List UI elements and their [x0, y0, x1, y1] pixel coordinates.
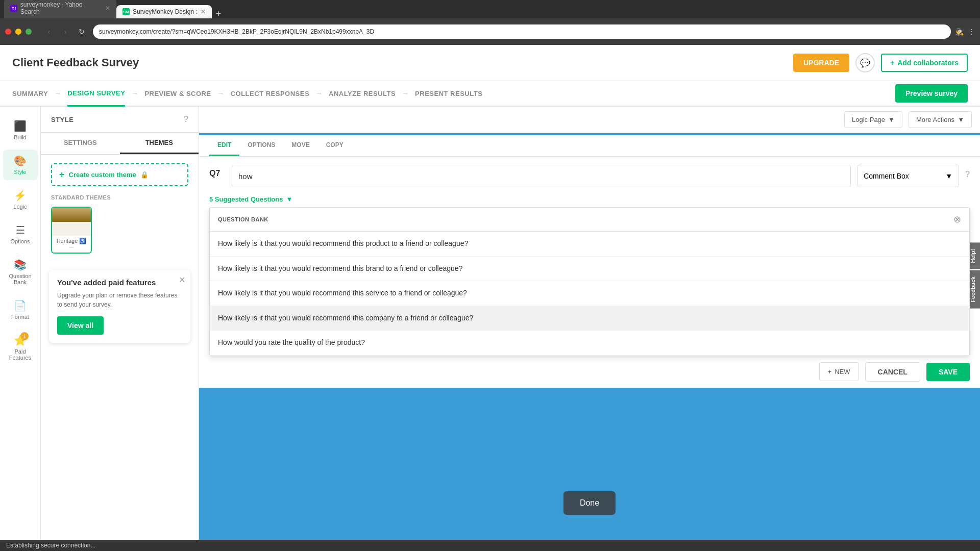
q-tab-copy[interactable]: COPY [318, 135, 352, 156]
page-logic-label: Logic Page [852, 116, 885, 123]
browser-tab-sm[interactable]: SM SurveyMonkey Design : ✕ [116, 5, 212, 18]
new-plus-icon: + [828, 368, 832, 375]
extensions-icon[interactable]: ⋮ [968, 28, 975, 36]
question-number: Q7 [209, 165, 226, 178]
qb-title: QUESTION BANK [218, 216, 268, 222]
nav-step-collect-label: COLLECT RESPONSES [231, 90, 309, 97]
question-bank-icon: 📚 [14, 259, 27, 271]
back-button[interactable]: ‹ [42, 24, 56, 39]
new-question-button[interactable]: + NEW [819, 362, 859, 381]
themes-section: + Create custom theme 🔒 STANDARD THEMES … [41, 155, 199, 262]
reload-button[interactable]: ↻ [75, 24, 89, 39]
paid-popup-title: You've added paid features [57, 278, 182, 287]
address-bar[interactable]: surveymonkey.com/create/?sm=qWCeo19KXH3H… [93, 24, 951, 39]
style-panel-header: STYLE ? [41, 107, 199, 133]
sidebar-item-paid-features[interactable]: ⭐ 1 Paid Features [3, 329, 38, 366]
header-actions: UPGRADE 💬 + Add collaborators [793, 53, 968, 72]
sidebar-paid-label: Paid Features [7, 348, 34, 361]
view-all-button[interactable]: View all [57, 316, 104, 335]
build-icon: ⬛ [14, 120, 27, 132]
save-button[interactable]: SAVE [926, 363, 970, 381]
nav-step-collect[interactable]: COLLECT RESPONSES [231, 82, 309, 106]
add-collaborators-button[interactable]: + Add collaborators [881, 54, 968, 72]
browser-tab-yahoo[interactable]: Y! surveymonkey - Yahoo Search ✕ [4, 0, 116, 18]
create-custom-theme-button[interactable]: + Create custom theme 🔒 [51, 163, 188, 186]
paid-popup-close-button[interactable]: ✕ [179, 275, 185, 285]
sidebar-item-logic[interactable]: ⚡ Logic [3, 184, 38, 215]
nav-step-summary-label: SUMMARY [12, 90, 48, 97]
q-tab-move[interactable]: MOVE [283, 135, 317, 156]
browser-chrome: ‹ › ↻ surveymonkey.com/create/?sm=qWCeo1… [0, 18, 980, 45]
yahoo-tab-close[interactable]: ✕ [105, 5, 110, 12]
theme-card-heritage[interactable]: Heritage ♿ ··· [51, 207, 92, 254]
sm-tab-close[interactable]: ✕ [201, 8, 206, 15]
qb-item-0[interactable]: How likely is it that you would recommen… [210, 232, 969, 257]
sidebar-format-label: Format [11, 314, 29, 320]
question-text-input[interactable] [232, 165, 851, 187]
question-type-select[interactable]: Comment Box ▼ [857, 165, 959, 187]
upgrade-button[interactable]: UPGRADE [793, 54, 849, 72]
sidebar-item-build[interactable]: ⬛ Build [3, 115, 38, 145]
window-controls [5, 29, 32, 35]
incognito-icon: 🕵 [955, 28, 964, 36]
sidebar-style-label: Style [14, 169, 26, 175]
style-icon: 🎨 [14, 155, 27, 167]
suggested-chevron-icon: ▼ [286, 195, 292, 203]
nav-arrow-4: → [315, 89, 323, 97]
window-max[interactable] [26, 29, 32, 35]
qb-header: QUESTION BANK ⊗ [210, 208, 969, 232]
forward-button[interactable]: › [58, 24, 72, 39]
custom-theme-label: Create custom theme [69, 171, 136, 179]
tab-settings[interactable]: SETTINGS [41, 133, 120, 154]
window-close[interactable] [5, 29, 11, 35]
tab-themes[interactable]: THEMES [120, 133, 199, 154]
paid-features-badge: 1 [20, 332, 29, 340]
heritage-accessibility-icon: ♿ [79, 238, 86, 244]
more-actions-button[interactable]: More Actions ▼ [909, 111, 972, 128]
new-tab-button[interactable]: + [212, 9, 226, 18]
preview-survey-button[interactable]: Preview survey [895, 84, 968, 103]
sidebar-item-format[interactable]: 📄 Format [3, 294, 38, 325]
qb-item-1[interactable]: How likely is it that you would recommen… [210, 257, 969, 282]
q-tab-edit[interactable]: EDIT [209, 135, 239, 156]
status-text: Establishing secure connection... [6, 542, 95, 545]
qb-item-4[interactable]: How would you rate the quality of the pr… [210, 331, 969, 356]
page-logic-chevron: ▼ [888, 116, 895, 123]
nav-step-analyze[interactable]: ANALYZE RESULTS [329, 82, 396, 106]
done-button[interactable]: Done [564, 491, 616, 515]
nav-step-analyze-label: ANALYZE RESULTS [329, 90, 396, 97]
nav-arrow-5: → [402, 89, 409, 97]
qb-item-3[interactable]: How likely is it that you would recommen… [210, 306, 969, 331]
q-tab-options[interactable]: OPTIONS [239, 135, 283, 156]
nav-steps: SUMMARY → DESIGN SURVEY → PREVIEW & SCOR… [0, 81, 980, 107]
qb-item-2[interactable]: How likely is it that you would recommen… [210, 281, 969, 306]
yahoo-tab-label: surveymonkey - Yahoo Search [20, 1, 102, 15]
format-icon: 📄 [14, 299, 27, 312]
options-icon: ☰ [16, 224, 25, 236]
theme-preview-heritage [52, 208, 92, 236]
collab-label: Add collaborators [897, 59, 959, 67]
sidebar: ⬛ Build 🎨 Style ⚡ Logic ☰ Options 📚 Ques… [0, 107, 41, 545]
style-tabs: SETTINGS THEMES [41, 133, 199, 155]
qb-close-button[interactable]: ⊗ [953, 214, 961, 225]
style-help-icon[interactable]: ? [184, 115, 188, 124]
question-help-icon[interactable]: ? [965, 165, 970, 179]
sidebar-item-question-bank[interactable]: 📚 Question Bank [3, 254, 38, 290]
sidebar-item-style[interactable]: 🎨 Style [3, 149, 38, 180]
nav-step-summary[interactable]: SUMMARY [12, 82, 48, 106]
nav-step-design[interactable]: DESIGN SURVEY [67, 81, 125, 107]
theme-name-heritage: Heritage ♿ ··· [52, 236, 91, 253]
nav-step-preview[interactable]: PREVIEW & SCORE [144, 82, 211, 106]
type-chevron-icon: ▼ [945, 172, 952, 180]
page-logic-button[interactable]: Logic Page ▼ [844, 111, 902, 128]
suggested-questions-toggle[interactable]: 5 Suggested Questions ▼ [199, 195, 980, 207]
comment-button[interactable]: 💬 [855, 53, 875, 72]
comment-icon: 💬 [860, 58, 870, 68]
plus-icon: + [59, 169, 65, 180]
heritage-more-icon[interactable]: ··· [69, 244, 74, 251]
sidebar-item-options[interactable]: ☰ Options [3, 219, 38, 249]
question-row: Q7 Comment Box ▼ ? [199, 157, 980, 195]
nav-step-present[interactable]: PRESENT RESULTS [415, 82, 482, 106]
window-min[interactable] [15, 29, 21, 35]
cancel-button[interactable]: CANCEL [865, 362, 920, 382]
